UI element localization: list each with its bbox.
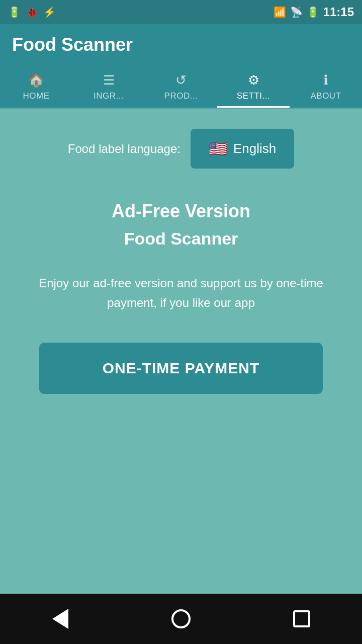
tab-home[interactable]: 🏠 HOME [0,65,72,108]
info-icon: ℹ [323,72,328,88]
recents-icon [293,610,310,627]
wifi-icon: 📶 [274,6,286,18]
payment-button[interactable]: ONE-TIME PAYMENT [39,343,322,394]
recents-button[interactable] [282,604,322,634]
home-circle-icon [171,609,191,628]
tab-settings[interactable]: ⚙ SETTI... [217,65,290,108]
tab-about[interactable]: ℹ ABOUT [290,65,362,108]
bottom-nav [0,594,362,644]
list-icon: ☰ [103,72,115,88]
tab-ingredients-label: INGR... [94,91,124,101]
settings-icon: ⚙ [248,72,259,88]
nav-tabs: 🏠 HOME ☰ INGR... ↺ PROD... ⚙ SETTI... ℹ … [0,65,362,109]
back-icon [52,609,68,629]
app-bar: Food Scanner [0,24,362,65]
status-icons-left: 🔋 🐞 ⚡ [8,6,56,18]
usb-icon: ⚡ [43,6,56,18]
language-button[interactable]: 🇺🇸 English [191,129,294,169]
tab-products[interactable]: ↺ PROD... [145,65,217,108]
status-bar: 🔋 🐞 ⚡ 📶 📡 🔋 11:15 [0,0,362,24]
battery-charging-icon: 🔋 [307,6,319,18]
language-label: Food label language: [68,142,180,156]
tab-about-label: ABOUT [310,91,341,101]
adfree-title-line1: Ad-Free Version [112,199,250,224]
home-button[interactable] [161,604,201,634]
tab-products-label: PROD... [164,91,198,101]
adfree-title-line2: Food Scanner [124,229,238,249]
app-title: Food Scanner [12,34,133,55]
language-flag: 🇺🇸 [209,140,227,157]
battery-100-icon: 🔋 [8,6,21,18]
status-icons-right: 📶 📡 🔋 11:15 [274,5,354,19]
bug-icon: 🐞 [26,6,38,18]
signal-icon: 📡 [290,6,303,18]
back-button[interactable] [40,604,80,634]
status-time: 11:15 [323,5,354,19]
tab-home-label: HOME [23,91,50,101]
tab-settings-label: SETTI... [237,91,270,101]
adfree-description: Enjoy our ad-free version and support us… [20,274,342,312]
language-row: Food label language: 🇺🇸 English [20,129,342,169]
adfree-section: Ad-Free Version Food Scanner Enjoy our a… [20,199,342,394]
home-icon: 🏠 [28,72,44,88]
language-button-label: English [233,141,276,156]
history-icon: ↺ [175,72,187,88]
main-content: Food label language: 🇺🇸 English Ad-Free … [0,109,362,594]
tab-ingredients[interactable]: ☰ INGR... [72,65,145,108]
